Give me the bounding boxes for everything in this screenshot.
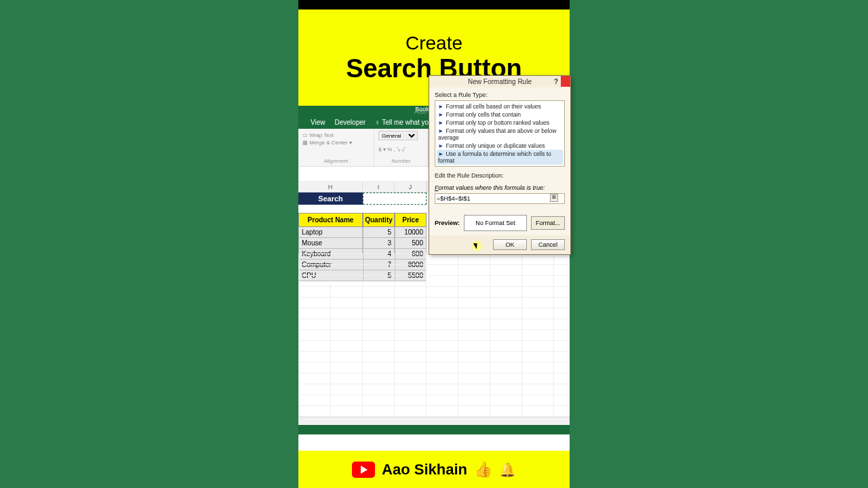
rule-option[interactable]: ►Format only values that are above or be… [437,127,563,142]
merge-center-button[interactable]: ▦ Merge & Center ▾ [302,140,370,146]
wrap-text-button[interactable]: ▭ Wrap Text [302,132,370,138]
preview-box: No Format Set [464,215,527,231]
formula-label: Format values where this formula is true… [435,184,565,191]
range-selector-icon[interactable]: ⊞ [550,194,558,202]
rule-option[interactable]: ►Format only top or bottom ranked values [437,119,563,127]
tab-developer[interactable]: Developer [335,119,366,126]
number-group: General $ ▾ % , ˚₀ ₀˚ Number [374,129,429,166]
edit-description-label: Edit the Rule Description: [435,172,565,179]
dialog-body: Select a Rule Type: ►Format all cells ba… [429,87,570,235]
rule-option-selected[interactable]: ►Use a formula to determine which cells … [437,150,563,165]
preview-label: Preview: [435,220,460,226]
preview-row: Preview: No Format Set Format... [435,215,565,231]
tab-view[interactable]: View [311,119,326,126]
new-formatting-rule-dialog: New Formatting Rule ? Select a Rule Type… [429,75,571,255]
thumbs-up-icon: 👍 [474,461,492,479]
header-quantity[interactable]: Quantity [363,213,395,227]
select-rule-label: Select a Rule Type: [435,92,565,98]
youtube-icon [352,462,375,478]
dialog-titlebar[interactable]: New Formatting Rule ? [429,76,570,87]
dialog-buttons: OK Cancel [429,235,570,254]
search-label-cell[interactable]: Search [298,192,363,205]
col-j[interactable]: J [395,182,427,192]
bell-icon: 🔔 [499,462,516,478]
dialog-title-text: New Formatting Rule [468,78,532,85]
status-bar [298,425,570,434]
cancel-button[interactable]: Cancel [531,239,565,250]
search-input-cell[interactable] [363,192,427,205]
channel-name: Aao Sikhain [382,461,467,479]
rule-option[interactable]: ►Format all cells based on their values [437,102,563,110]
number-format-select[interactable]: General [378,131,418,140]
number-label: Number [378,158,424,164]
top-black-bar [298,0,570,9]
header-product[interactable]: Product Name [298,213,363,227]
rule-type-list[interactable]: ►Format all cells based on their values … [435,100,565,167]
header-price[interactable]: Price [395,213,427,227]
col-h[interactable]: H [298,182,363,192]
horizontal-scrollbar[interactable] [298,417,570,425]
format-button[interactable]: Format... [531,216,565,230]
alignment-label: Alignment [302,158,370,164]
formula-input[interactable] [435,193,565,204]
alignment-group: ▭ Wrap Text ▦ Merge & Center ▾ Alignment [298,129,374,166]
close-icon[interactable] [561,76,570,87]
footer-banner: Aao Sikhain 👍 🔔 [298,451,570,488]
mouse-cursor [471,240,483,252]
ok-button[interactable]: OK [493,239,527,250]
col-i[interactable]: I [363,182,395,192]
help-icon[interactable]: ? [554,78,558,85]
empty-grid[interactable] [298,253,570,434]
banner-line1: Create [406,33,462,54]
rule-option[interactable]: ►Format only unique or duplicate values [437,142,563,150]
rule-option[interactable]: ►Format only cells that contain [437,110,563,119]
